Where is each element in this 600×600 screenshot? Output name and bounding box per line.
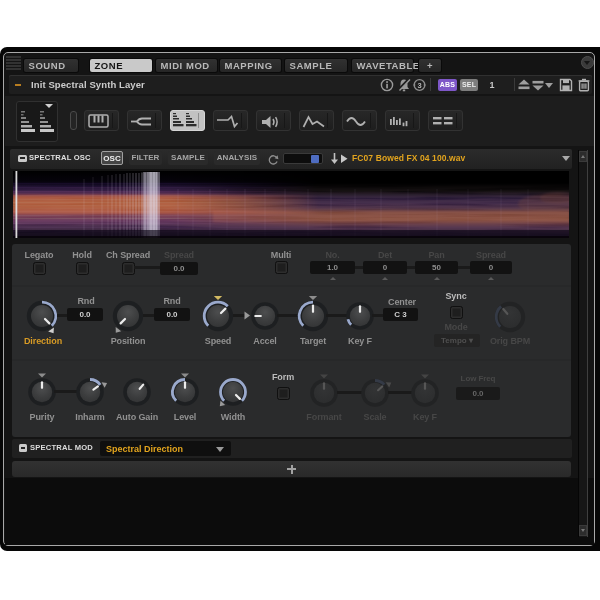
svg-text:3: 3 (417, 81, 421, 90)
